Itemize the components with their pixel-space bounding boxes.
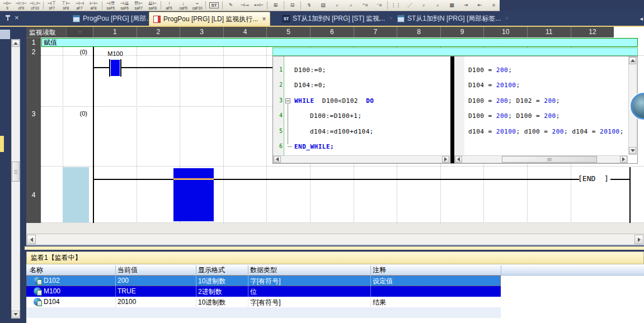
delete-row-icon: ⊟ — [290, 3, 295, 8]
convert-all-button[interactable]: ▤ — [316, 0, 330, 11]
watch-row[interactable]: M100TRUE2进制数位 — [26, 286, 501, 297]
statement-row[interactable]: 赋值 — [41, 38, 638, 47]
inline-st-box-button[interactable]: ST — [207, 0, 221, 11]
tab-label: ProgPou [PRG] [局部标签设置] — [83, 14, 158, 23]
insert-statement-button[interactable]: ⁺≡ — [358, 0, 372, 11]
insert-row-button[interactable]: ⊞ — [269, 0, 283, 11]
parallel-open-contact-button[interactable]: ⊣⊣aF7 — [73, 0, 87, 11]
watch-column-header[interactable]: 显示格式 — [198, 265, 225, 275]
rising-pulse-contact-button[interactable]: ⊣↑⊢cF9 — [14, 0, 28, 11]
left-vertical-scrollbar[interactable] — [11, 39, 20, 319]
tab-document[interactable]: ST从1加到N [PRG] [局部标签...× — [393, 11, 513, 26]
end-instruction: [END ] — [578, 174, 612, 183]
watch-column-header[interactable]: 当前值 — [117, 265, 138, 275]
convert-all-icon: ▤ — [321, 3, 326, 8]
scrollbar-thumb[interactable] — [502, 156, 597, 163]
st-code-hscrollbar[interactable] — [273, 155, 450, 163]
tab-scroll-left-icon[interactable]: ◂ — [640, 15, 643, 22]
scroll-left-button[interactable] — [274, 156, 281, 163]
scroll-right-button[interactable] — [634, 235, 643, 244]
device-in-button[interactable]: ⇥ — [459, 0, 473, 11]
toolbar-separator — [284, 1, 284, 10]
statement-list-button[interactable]: ≡ — [487, 0, 500, 11]
st-pane-divider[interactable] — [450, 56, 454, 163]
device-find-1-button[interactable]: ⌕ — [417, 0, 431, 11]
watch-row[interactable]: D10220010进制数字[有符号]设定值 — [26, 276, 501, 286]
watch-row[interactable]: D1042010010进制数字[有符号]结果 — [26, 297, 501, 307]
column-header: 10 — [483, 27, 527, 37]
scroll-left-button[interactable] — [455, 156, 462, 163]
device-in-icon: ⇥ — [464, 3, 468, 8]
contact-m100-on[interactable] — [111, 60, 120, 76]
dock-close-icon[interactable]: × — [15, 13, 19, 23]
find-instruction-button[interactable]: ⌕ — [344, 0, 358, 11]
st-monitor-pane[interactable]: D100 = 200;D104 = 20100;D100 = 200; D102… — [454, 56, 637, 163]
device-find-2-button[interactable]: ⌕ — [431, 0, 445, 11]
open-contact-icon: ⊣⊢ — [3, 1, 12, 6]
scroll-right-button[interactable] — [620, 156, 627, 163]
code-fold-icon[interactable] — [285, 98, 290, 103]
st-code-pane[interactable]: 1D100:=0;2D104:=0;3WHILE D100<D102 DO4D1… — [273, 56, 450, 163]
convert-button[interactable]: ↯ — [302, 0, 316, 11]
watch-empty-row[interactable] — [26, 307, 501, 318]
tab-close-icon[interactable]: × — [262, 15, 266, 23]
delete-statement-button[interactable]: ⁻≡ — [372, 0, 386, 11]
branch-open-button[interactable]: ⊣⊤sF7 — [45, 0, 59, 11]
ti-st-icon: ST — [283, 15, 290, 22]
scroll-down-button[interactable] — [629, 147, 636, 154]
cross-reference-tree-button[interactable]: ⋮⋮ — [389, 0, 403, 11]
scroll-up-button[interactable] — [629, 57, 636, 64]
device-out-button[interactable]: ⇤ — [473, 0, 487, 11]
watch-column-header[interactable]: 注释 — [373, 265, 386, 275]
st-code-line: d104:=d100+d104; — [310, 128, 374, 135]
parallel-rising-close-button[interactable]: ⇈⊢saF7 — [131, 0, 145, 11]
monitor-mode-dropdown[interactable] — [66, 27, 93, 37]
parallel-close-contact-button[interactable]: ⊢⊢aF8 — [87, 0, 101, 11]
tab-close-icon[interactable]: × — [389, 15, 393, 22]
draw-vline-down-button[interactable]: ↓caF5 — [176, 0, 190, 11]
scrollbar-thumb[interactable] — [12, 162, 20, 182]
device-batch-monitor-button[interactable]: ▦ — [445, 0, 459, 11]
falling-pulse-contact-button[interactable]: ⊣↓⊢cF10 — [28, 0, 42, 11]
parallel-falling-contact-button[interactable]: ⊣⇊saF6 — [117, 0, 131, 11]
watch-column-header[interactable]: 数据类型 — [250, 265, 277, 275]
ti-ladder-icon — [153, 16, 161, 23]
tab-label: ST从1加到N [PRG] [局部标签... — [407, 14, 501, 23]
st-line-number: 3 — [273, 97, 283, 103]
find-device-icon: ⌕ — [336, 3, 339, 8]
branch-close-button[interactable]: ⊤⊢sF8 — [59, 0, 73, 11]
device-icon — [34, 277, 41, 284]
watch-column-header[interactable]: 名称 — [30, 265, 43, 275]
edit-device-comment-button[interactable]: ✎ — [224, 0, 238, 11]
scroll-right-button[interactable] — [442, 156, 449, 163]
open-contact-button[interactable]: ⊣⊢9 — [0, 0, 14, 11]
find-device-button[interactable]: ⌕ — [330, 0, 344, 11]
scroll-down-button[interactable] — [12, 311, 20, 318]
row-number: 1 — [26, 39, 41, 46]
st-box-header[interactable] — [272, 48, 638, 56]
delete-row-button[interactable]: ⊟ — [285, 0, 299, 11]
pin-icon[interactable] — [4, 15, 11, 21]
delete-line-button[interactable]: ⌁caF10 — [190, 0, 204, 11]
watch-title-bar[interactable]: 监看1【监看中】 — [26, 251, 644, 264]
draw-vline-up-button[interactable]: ↑aF5 — [162, 0, 176, 11]
cross-reference-filter-button[interactable]: ⋰ — [403, 0, 417, 11]
edit-cursor-cell[interactable] — [173, 168, 214, 221]
column-header: 2 — [137, 27, 180, 37]
application-instruction-button[interactable]: ⊷⊢ — [252, 0, 266, 11]
highlighted-cell[interactable] — [63, 167, 89, 222]
toolbar-separator — [222, 1, 223, 10]
tab-active[interactable]: ProgPou [PRG] [LD] 监视执行...× — [149, 12, 270, 26]
parallel-falling-close-button[interactable]: ⇊⊢saF8 — [145, 0, 159, 11]
scroll-up-button[interactable] — [12, 40, 20, 47]
ladder-horizontal-scrollbar[interactable] — [26, 234, 644, 245]
parallel-rising-contact-button[interactable]: ⊣⇈saF5 — [104, 0, 117, 11]
scroll-left-button[interactable] — [27, 235, 36, 244]
tab-close-icon[interactable]: × — [505, 15, 509, 22]
tab-document[interactable]: STST从1加到N [PRG] [ST] 监视...× — [279, 11, 397, 26]
coil-output-button[interactable]: ⊣⊸ — [238, 0, 252, 11]
delete-line-icon: ⌁ — [196, 1, 199, 6]
ladder-editor[interactable]: 监视读取 123456789101112 1234 赋值 (0) (0) (60… — [26, 27, 644, 246]
st-monitor-hscrollbar[interactable] — [454, 155, 628, 163]
tab-label: ProgPou [PRG] [LD] 监视执行... — [163, 15, 258, 24]
